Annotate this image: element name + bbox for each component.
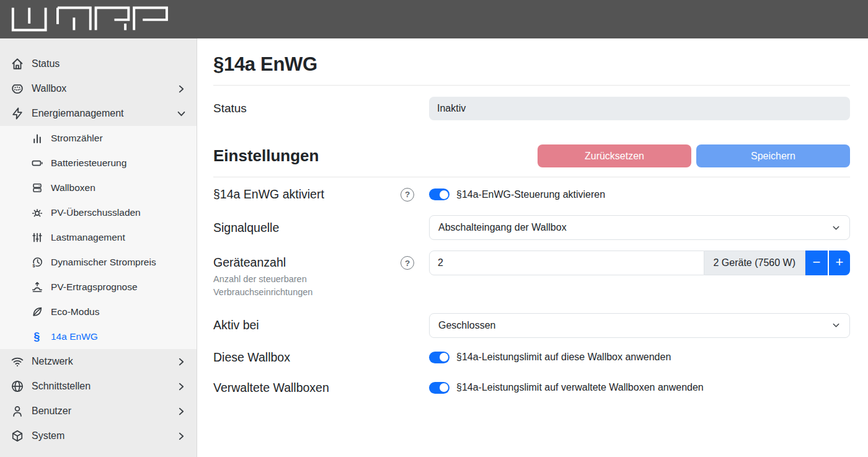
- sidebar-item-wallboxen[interactable]: Wallboxen: [0, 175, 197, 200]
- home-icon: [10, 56, 25, 71]
- lightning-icon: [10, 106, 25, 121]
- sidebar-item-label: PV-Ertragsprognose: [51, 282, 138, 293]
- this-wallbox-toggle[interactable]: [429, 352, 450, 363]
- globe-icon: [10, 379, 25, 394]
- device-count-input-group: 2 Geräte (7560 W) − +: [429, 251, 850, 275]
- save-button[interactable]: Speichern: [696, 144, 850, 167]
- sidebar-item-label: Benutzer: [32, 406, 71, 417]
- energiemanagement-submenu: Stromzähler Batteriesteuerung Wallb: [0, 126, 197, 349]
- sidebar-item-label: Stromzähler: [51, 133, 103, 144]
- wifi-icon: [10, 354, 25, 369]
- sidebar-item-label: Lastmanagement: [51, 232, 125, 243]
- section-sign-icon: §: [31, 331, 43, 343]
- enabled-label: §14a EnWG aktiviert: [213, 187, 401, 202]
- sidebar-item-label: 14a EnWG: [51, 331, 98, 342]
- sidebar-item-energiemanagement[interactable]: Energiemanagement: [0, 101, 197, 126]
- warp-logo-icon: [7, 6, 171, 33]
- sidebar-item-wallbox[interactable]: Wallbox: [0, 76, 197, 101]
- sidebar-item-label: PV-Überschussladen: [51, 207, 141, 218]
- stack-icon: [31, 182, 43, 194]
- enabled-toggle-label[interactable]: §14a-EnWG-Steuerung aktivieren: [456, 189, 605, 200]
- device-count-addon: 2 Geräte (7560 W): [704, 251, 806, 275]
- settings-heading: Einstellungen: [213, 146, 538, 166]
- sidebar-item-label: Status: [32, 58, 60, 69]
- meter-bars-icon: [31, 132, 43, 144]
- sidebar-item-label: System: [32, 430, 64, 441]
- settings-section-header: Einstellungen Zurücksetzen Speichern: [213, 144, 850, 167]
- sidebar-item-pv-ueberschussladen[interactable]: PV-Überschussladen: [0, 200, 197, 225]
- this-wallbox-toggle-label[interactable]: §14a-Leistungslimit auf diese Wallbox an…: [456, 352, 671, 363]
- active-when-label: Aktiv bei: [213, 318, 401, 332]
- leaf-icon: [31, 306, 43, 318]
- status-row: Status Inaktiv: [213, 97, 850, 120]
- this-wallbox-row: Diese Wallbox §14a-Leistungslimit auf di…: [213, 350, 850, 365]
- sidebar-item-pv-ertragsprognose[interactable]: PV-Ertragsprognose: [0, 275, 197, 299]
- managed-wallboxes-label: Verwaltete Wallboxen: [213, 381, 401, 395]
- enabled-row: §14a EnWG aktiviert ? §14a-EnWG-Steuerun…: [213, 187, 850, 202]
- price-clock-icon: $: [31, 256, 43, 268]
- signal-source-select[interactable]: Abschalteingang der Wallbox: [429, 215, 850, 240]
- app-header: [0, 0, 868, 38]
- device-count-description: Anzahl der steuerbaren Verbrauchseinrich…: [213, 273, 331, 299]
- sliders-icon: [31, 231, 43, 244]
- battery-icon: [31, 157, 43, 169]
- reset-button[interactable]: Zurücksetzen: [538, 144, 691, 167]
- sidebar-item-netzwerk[interactable]: Netzwerk: [0, 349, 197, 374]
- chevron-down-icon: [831, 321, 841, 330]
- divider: [213, 85, 850, 86]
- sidebar-item-dynamischer-strompreis[interactable]: $ Dynamischer Strompreis: [0, 250, 197, 275]
- divider: [213, 177, 850, 177]
- charging-socket-icon: [10, 81, 25, 96]
- sidebar-item-label: Wallboxen: [51, 182, 95, 193]
- decrement-button[interactable]: −: [805, 251, 828, 275]
- managed-wallboxes-toggle-label[interactable]: §14a-Leistungslimit auf verwaltete Wallb…: [456, 382, 704, 393]
- page-title: §14a EnWG: [213, 53, 850, 76]
- sidebar-item-benutzer[interactable]: Benutzer: [0, 399, 197, 424]
- app-shell: Status Wallbox: [0, 38, 868, 457]
- sun-icon: [31, 206, 43, 219]
- sidebar-item-status[interactable]: Status: [0, 51, 197, 76]
- status-value-field: Inaktiv: [429, 97, 850, 120]
- sidebar-item-label: Energiemanagement: [32, 108, 124, 119]
- enabled-toggle[interactable]: [429, 189, 450, 200]
- active-when-value: Geschlossen: [438, 320, 496, 331]
- managed-wallboxes-row: Verwaltete Wallboxen §14a-Leistungslimit…: [213, 381, 850, 395]
- sidebar-item-lastmanagement[interactable]: Lastmanagement: [0, 225, 197, 250]
- sunrise-icon: [31, 281, 43, 293]
- signal-source-label: Signalquelle: [213, 221, 401, 235]
- device-count-input[interactable]: [429, 251, 704, 275]
- sidebar-item-system[interactable]: System: [0, 424, 197, 448]
- active-when-select[interactable]: Geschlossen: [429, 313, 850, 338]
- sidebar: Status Wallbox: [0, 38, 197, 457]
- sidebar-item-label: Schnittstellen: [32, 381, 91, 392]
- help-icon[interactable]: ?: [401, 256, 414, 270]
- status-label: Status: [213, 102, 429, 115]
- sidebar-item-label: Dynamischer Strompreis: [51, 257, 156, 268]
- this-wallbox-label: Diese Wallbox: [213, 350, 401, 365]
- sidebar-item-label: Batteriesteuerung: [51, 158, 126, 169]
- increment-button[interactable]: +: [828, 251, 850, 275]
- cube-icon: [10, 428, 25, 443]
- sidebar-item-label: Netzwerk: [32, 356, 73, 367]
- sidebar-item-batteriesteuerung[interactable]: Batteriesteuerung: [0, 151, 197, 175]
- chevron-right-icon: [177, 85, 185, 93]
- chevron-down-icon: [831, 223, 841, 233]
- main-content: §14a EnWG Status Inaktiv Einstellungen Z…: [197, 38, 868, 457]
- sidebar-item-label: Eco-Modus: [51, 306, 99, 317]
- managed-wallboxes-toggle[interactable]: [429, 382, 450, 394]
- help-icon[interactable]: ?: [401, 188, 414, 202]
- signal-source-row: Signalquelle Abschalteingang der Wallbox: [213, 215, 850, 240]
- signal-source-value: Abschalteingang der Wallbox: [438, 222, 567, 233]
- active-when-row: Aktiv bei Geschlossen: [213, 313, 850, 338]
- user-icon: [10, 404, 25, 419]
- chevron-right-icon: [177, 358, 185, 366]
- sidebar-item-eco-modus[interactable]: Eco-Modus: [0, 299, 197, 324]
- chevron-right-icon: [177, 432, 185, 440]
- chevron-right-icon: [177, 407, 185, 415]
- sidebar-item-label: Wallbox: [32, 83, 66, 94]
- chevron-right-icon: [177, 383, 185, 391]
- sidebar-item-14a-enwg[interactable]: § 14a EnWG: [0, 324, 197, 349]
- sidebar-item-stromzaehler[interactable]: Stromzähler: [0, 126, 197, 151]
- sidebar-item-schnittstellen[interactable]: Schnittstellen: [0, 374, 197, 399]
- svg-text:§: §: [33, 331, 40, 343]
